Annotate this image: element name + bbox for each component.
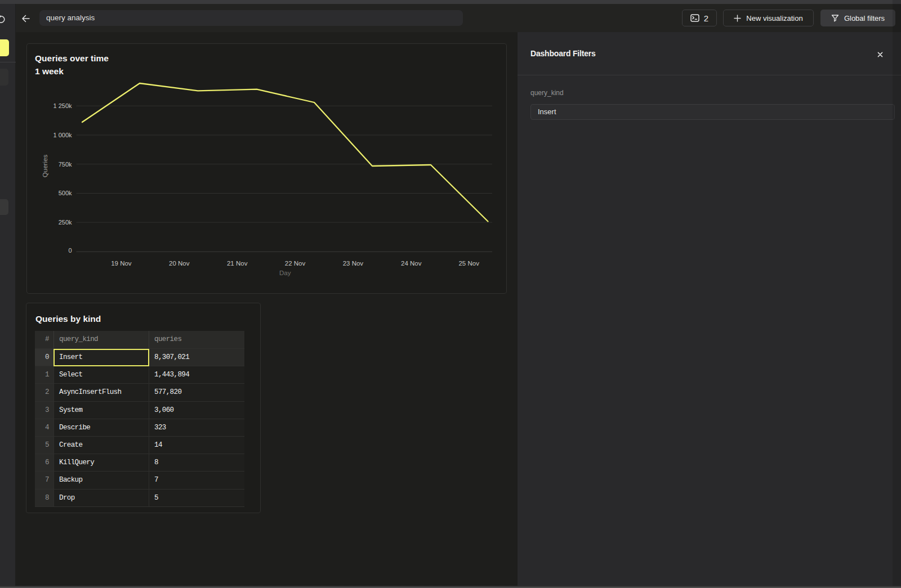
svg-text:19 Nov: 19 Nov — [111, 260, 132, 267]
svg-text:750k: 750k — [59, 161, 72, 168]
svg-text:21 Nov: 21 Nov — [227, 260, 248, 267]
svg-text:25 Nov: 25 Nov — [458, 260, 479, 267]
svg-text:20 Nov: 20 Nov — [169, 260, 190, 267]
svg-text:250k: 250k — [59, 219, 72, 226]
svg-text:0: 0 — [68, 247, 72, 254]
svg-text:22 Nov: 22 Nov — [285, 260, 306, 267]
svg-text:Queries: Queries — [42, 155, 48, 178]
svg-text:23 Nov: 23 Nov — [343, 260, 364, 267]
svg-text:500k: 500k — [59, 190, 72, 196]
svg-text:1 250k: 1 250k — [53, 102, 72, 109]
svg-text:1 000k: 1 000k — [53, 132, 72, 138]
svg-text:Day: Day — [279, 270, 291, 276]
svg-text:24 Nov: 24 Nov — [401, 260, 422, 267]
